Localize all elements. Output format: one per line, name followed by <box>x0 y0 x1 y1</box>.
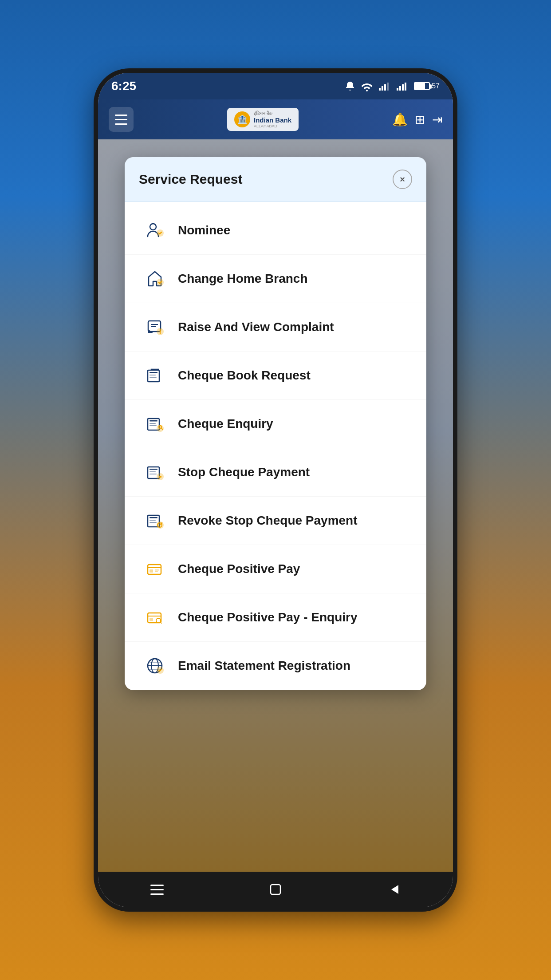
svg-rect-38 <box>150 569 153 573</box>
list-item[interactable]: Change Home Branch <box>125 255 426 303</box>
svg-rect-21 <box>150 423 156 424</box>
complaint-label: Raise And View Complaint <box>178 320 334 334</box>
svg-rect-39 <box>155 569 159 571</box>
phone-screen: 6:25 57 <box>98 73 453 907</box>
svg-rect-28 <box>150 474 157 474</box>
svg-rect-3 <box>387 83 389 91</box>
svg-rect-22 <box>150 425 157 426</box>
menu-line <box>115 119 127 120</box>
svg-rect-71 <box>271 885 280 894</box>
bank-logo: 🏦 इंडियन बैंक Indian Bank ALLAHABAD <box>227 108 299 131</box>
svg-rect-32 <box>150 517 157 518</box>
svg-rect-1 <box>382 86 383 91</box>
logout-icon[interactable]: ⇥ <box>432 112 442 127</box>
bank-logo-icon: 🏦 <box>234 111 250 127</box>
card-icon[interactable]: ⊞ <box>415 112 425 127</box>
svg-point-8 <box>150 224 156 230</box>
positive-pay-label: Cheque Positive Pay <box>178 562 300 576</box>
nav-back-button[interactable] <box>381 881 407 898</box>
status-time: 6:25 <box>111 79 136 93</box>
signal-icon <box>378 81 391 91</box>
svg-rect-70 <box>150 893 164 895</box>
svg-marker-72 <box>391 885 398 894</box>
service-request-modal: Service Request × <box>125 157 426 690</box>
svg-rect-36 <box>148 565 161 574</box>
email-reg-label: Email Statement Registration <box>178 659 350 673</box>
app-header: 🏦 इंडियन बैंक Indian Bank ALLAHABAD 🔔 ⊞ … <box>98 99 453 139</box>
svg-rect-40 <box>155 571 158 572</box>
positive-pay-enquiry-icon <box>142 605 167 630</box>
list-item[interactable]: Cheque Positive Pay <box>125 545 426 593</box>
complaint-icon <box>142 315 167 340</box>
battery-icon: 57 <box>414 82 440 90</box>
list-item[interactable]: Cheque Positive Pay - Enquiry <box>125 593 426 642</box>
status-bar: 6:25 57 <box>98 73 453 99</box>
menu-button[interactable] <box>109 107 134 132</box>
phone-frame: 6:25 57 <box>94 68 457 912</box>
list-item[interactable]: Nominee <box>125 206 426 255</box>
svg-rect-26 <box>150 469 157 470</box>
nav-home-button[interactable] <box>262 881 289 898</box>
svg-rect-43 <box>150 618 153 621</box>
svg-rect-7 <box>405 83 406 91</box>
revoke-cheque-label: Revoke Stop Cheque Payment <box>178 514 358 528</box>
positive-pay-enquiry-label: Cheque Positive Pay - Enquiry <box>178 610 358 624</box>
svg-rect-4 <box>397 88 398 91</box>
bank-logo-hindi: इंडियन बैंक <box>254 111 291 116</box>
cheque-enquiry-label: Cheque Enquiry <box>178 417 273 431</box>
close-icon: × <box>400 174 405 185</box>
svg-rect-2 <box>384 84 386 91</box>
svg-rect-0 <box>379 88 381 91</box>
modal-header: Service Request × <box>125 157 426 202</box>
stop-cheque-label: Stop Cheque Payment <box>178 465 310 479</box>
svg-rect-6 <box>402 84 404 91</box>
list-item[interactable]: Cheque Enquiry <box>125 400 426 448</box>
list-item[interactable]: Cheque Book Request <box>125 352 426 400</box>
modal-title: Service Request <box>139 172 242 187</box>
svg-rect-30 <box>159 476 161 478</box>
app-content: Service Request × <box>98 139 453 872</box>
svg-rect-41 <box>148 613 161 623</box>
svg-rect-15 <box>148 370 159 382</box>
bank-logo-english: Indian Bank <box>254 116 291 124</box>
svg-rect-16 <box>150 372 157 373</box>
svg-rect-18 <box>150 377 157 378</box>
nav-menu-button[interactable] <box>144 881 170 898</box>
signal2-icon <box>396 81 409 91</box>
modal-close-button[interactable]: × <box>393 170 412 189</box>
menu-line <box>115 123 127 125</box>
svg-rect-27 <box>150 471 156 472</box>
svg-rect-5 <box>399 86 401 91</box>
revoke-cheque-icon <box>142 508 167 533</box>
stop-cheque-icon <box>142 460 167 485</box>
list-item[interactable]: Raise And View Complaint <box>125 303 426 352</box>
status-icons: 57 <box>345 81 440 91</box>
cheque-book-icon <box>142 363 167 388</box>
bank-logo-text: इंडियन बैंक Indian Bank ALLAHABAD <box>254 111 291 128</box>
positive-pay-icon <box>142 557 167 581</box>
bank-logo-sub: ALLAHABAD <box>254 124 291 128</box>
cheque-book-label: Cheque Book Request <box>178 368 311 383</box>
menu-line <box>115 115 127 116</box>
change-home-branch-label: Change Home Branch <box>178 272 308 286</box>
svg-rect-20 <box>150 420 157 422</box>
svg-rect-34 <box>150 522 157 523</box>
list-item[interactable]: Email Statement Registration <box>125 642 426 690</box>
nominee-label: Nominee <box>178 223 230 237</box>
svg-rect-33 <box>150 520 156 521</box>
change-home-branch-icon <box>142 266 167 291</box>
email-reg-icon <box>142 653 167 678</box>
bell-icon[interactable]: 🔔 <box>392 112 408 127</box>
alarm-icon <box>345 81 355 91</box>
wifi-icon <box>361 81 373 91</box>
bottom-nav <box>98 872 453 907</box>
cheque-enquiry-icon <box>142 411 167 436</box>
nominee-icon <box>142 218 167 243</box>
list-item[interactable]: Stop Cheque Payment <box>125 448 426 497</box>
svg-rect-17 <box>150 375 156 375</box>
modal-body[interactable]: Nominee Change Home Branch <box>125 202 426 690</box>
svg-rect-69 <box>150 889 164 890</box>
list-item[interactable]: Revoke Stop Cheque Payment <box>125 497 426 545</box>
svg-rect-68 <box>150 885 164 886</box>
header-actions: 🔔 ⊞ ⇥ <box>392 112 442 127</box>
